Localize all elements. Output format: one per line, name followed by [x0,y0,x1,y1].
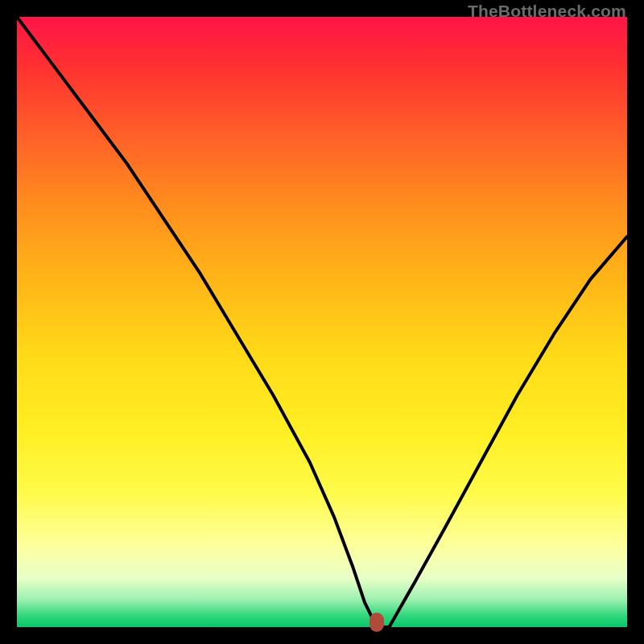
chart-frame: TheBottleneck.com [0,0,644,644]
curve-svg [17,17,627,627]
plot-area [17,17,627,627]
optimal-point-marker [369,613,384,632]
bottleneck-curve [17,17,627,627]
